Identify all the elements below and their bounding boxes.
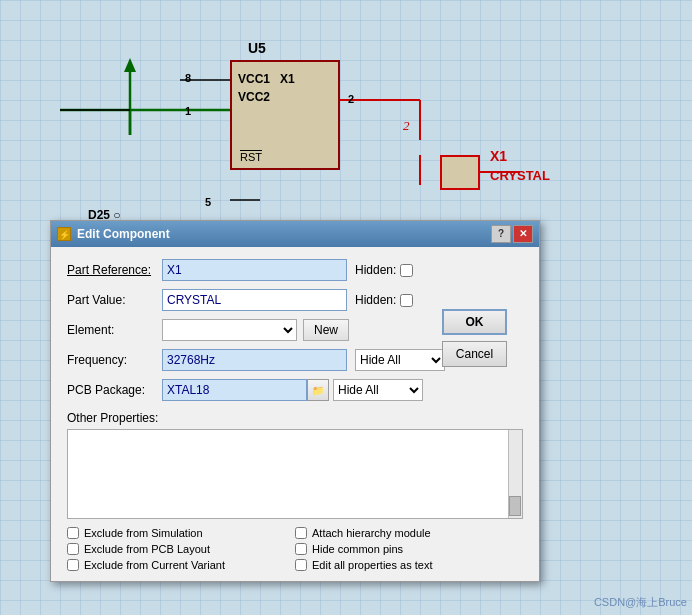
part-reference-row: Part Reference: Hidden:: [67, 259, 523, 281]
edit-component-dialog: ⚡ Edit Component ? ✕ OK Cancel Part Refe…: [50, 220, 540, 582]
ok-button[interactable]: OK: [442, 309, 507, 335]
element-label: Element:: [67, 323, 162, 337]
exclude-simulation-item: Exclude from Simulation: [67, 527, 295, 539]
left-checkboxes: Exclude from Simulation Exclude from PCB…: [67, 527, 295, 571]
pcb-package-label: PCB Package:: [67, 383, 162, 397]
titlebar-controls: ? ✕: [491, 225, 533, 243]
browse-icon: 📁: [312, 385, 324, 396]
exclude-simulation-checkbox[interactable]: [67, 527, 79, 539]
exclude-variant-label: Exclude from Current Variant: [84, 559, 225, 571]
frequency-hide-dropdown[interactable]: Hide All: [355, 349, 445, 371]
titlebar-left: ⚡ Edit Component: [57, 227, 170, 241]
u5-text: VCC1 X1VCC2: [238, 72, 295, 104]
other-properties-label: Other Properties:: [67, 411, 523, 425]
frequency-input[interactable]: [162, 349, 347, 371]
attach-hierarchy-label: Attach hierarchy module: [312, 527, 431, 539]
part-val-hidden-label: Hidden:: [355, 293, 396, 307]
frequency-label: Frequency:: [67, 353, 162, 367]
exclude-simulation-label: Exclude from Simulation: [84, 527, 203, 539]
pin1-label: 1: [185, 105, 191, 117]
part-ref-hidden-checkbox[interactable]: [400, 264, 413, 277]
dialog-inner: OK Cancel Part Reference: Hidden: Part V…: [67, 259, 523, 571]
help-button[interactable]: ?: [491, 225, 511, 243]
u5-label: U5: [248, 40, 266, 56]
dialog-titlebar[interactable]: ⚡ Edit Component ? ✕: [51, 221, 539, 247]
close-button[interactable]: ✕: [513, 225, 533, 243]
pin2-label: 2: [348, 93, 354, 105]
part-value-label: Part Value:: [67, 293, 162, 307]
pcb-package-row: PCB Package: 📁 Hide All: [67, 379, 523, 401]
exclude-pcb-label: Exclude from PCB Layout: [84, 543, 210, 555]
pcb-package-input[interactable]: [162, 379, 307, 401]
part-reference-input[interactable]: [162, 259, 347, 281]
part-value-input[interactable]: [162, 289, 347, 311]
bottom-checkboxes: Exclude from Simulation Exclude from PCB…: [67, 527, 523, 571]
pcb-hide-dropdown[interactable]: Hide All: [333, 379, 423, 401]
hide-common-checkbox[interactable]: [295, 543, 307, 555]
dialog-icon: ⚡: [57, 227, 71, 241]
pin5-label: 5: [205, 196, 211, 208]
edit-all-label: Edit all properties as text: [312, 559, 432, 571]
exclude-pcb-checkbox[interactable]: [67, 543, 79, 555]
scrollbar-thumb[interactable]: [509, 496, 521, 516]
hide-common-item: Hide common pins: [295, 543, 523, 555]
part-reference-label: Part Reference:: [67, 263, 162, 277]
exclude-pcb-item: Exclude from PCB Layout: [67, 543, 295, 555]
part-value-row: Part Value: Hidden:: [67, 289, 523, 311]
exclude-variant-checkbox[interactable]: [67, 559, 79, 571]
edit-all-checkbox[interactable]: [295, 559, 307, 571]
rst-label: RST: [240, 151, 262, 163]
dialog-title: Edit Component: [77, 227, 170, 241]
pcb-browse-button[interactable]: 📁: [307, 379, 329, 401]
attach-hierarchy-checkbox[interactable]: [295, 527, 307, 539]
element-select[interactable]: [162, 319, 297, 341]
pin8-label: 8: [185, 72, 191, 84]
new-button[interactable]: New: [303, 319, 349, 341]
x1-component-label: X1: [490, 148, 507, 164]
part-val-hidden-checkbox[interactable]: [400, 294, 413, 307]
part-ref-hidden-label: Hidden:: [355, 263, 396, 277]
right-checkboxes: Attach hierarchy module Hide common pins…: [295, 527, 523, 571]
dialog-content: OK Cancel Part Reference: Hidden: Part V…: [51, 247, 539, 581]
scrollbar-track[interactable]: [508, 430, 522, 518]
attach-hierarchy-item: Attach hierarchy module: [295, 527, 523, 539]
other-properties-area: [67, 429, 523, 519]
hide-common-label: Hide common pins: [312, 543, 403, 555]
u5-component-box: VCC1 X1VCC2 RST: [230, 60, 340, 170]
cancel-button[interactable]: Cancel: [442, 341, 507, 367]
watermark: CSDN@海上Bruce: [594, 595, 687, 610]
dialog-buttons: OK Cancel: [442, 309, 507, 367]
x1-crystal-type: CRYSTAL: [490, 168, 550, 183]
x1-crystal-symbol: [440, 155, 480, 190]
edit-all-item: Edit all properties as text: [295, 559, 523, 571]
exclude-variant-item: Exclude from Current Variant: [67, 559, 295, 571]
